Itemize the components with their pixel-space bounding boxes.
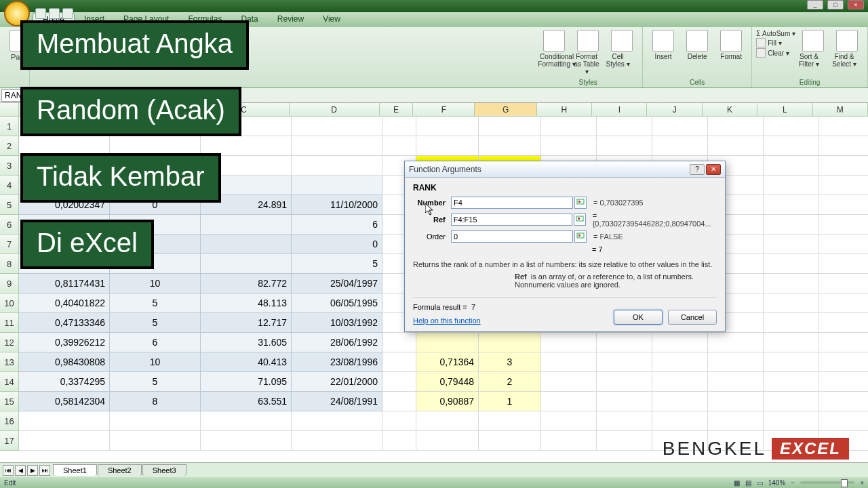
minimize-button[interactable]: _ [807, 0, 823, 9]
cell-A16[interactable] [19, 411, 110, 431]
cell-L13[interactable] [764, 352, 819, 372]
cell-F17[interactable] [416, 431, 479, 451]
cell-K13[interactable] [708, 352, 764, 372]
cell-A9[interactable]: 0,81174431 [19, 274, 110, 293]
row-header[interactable]: 17 [0, 431, 19, 451]
cell-B16[interactable] [110, 411, 201, 431]
cell-G12[interactable] [479, 333, 541, 352]
autosum-button[interactable]: Σ AutoSum ▾ [756, 30, 795, 37]
cell-F16[interactable] [416, 411, 479, 431]
cell-M2[interactable] [819, 136, 868, 156]
cell-F15[interactable]: 0,90887 [416, 392, 479, 411]
cell-M14[interactable] [819, 372, 868, 392]
cancel-button[interactable]: Cancel [668, 310, 717, 325]
cell-C7[interactable] [201, 235, 292, 254]
cell-C14[interactable]: 71.095 [201, 372, 292, 392]
cell-M15[interactable] [819, 392, 868, 411]
column-header-M[interactable]: M [813, 103, 868, 117]
cell-C9[interactable]: 82.772 [201, 274, 292, 293]
cell-M6[interactable] [819, 215, 868, 235]
cell-L11[interactable] [764, 313, 819, 333]
cell-J15[interactable] [652, 392, 708, 411]
fill-button[interactable]: Fill ▾ [756, 38, 795, 47]
arg-input-order[interactable] [451, 230, 573, 243]
cell-M13[interactable] [819, 352, 868, 372]
cell-C10[interactable]: 48.113 [201, 293, 292, 313]
cell-E16[interactable] [382, 411, 416, 431]
cell-B14[interactable]: 5 [110, 372, 201, 392]
row-header[interactable]: 2 [0, 136, 19, 156]
row-header[interactable]: 1 [0, 117, 19, 136]
cell-G2[interactable] [479, 136, 541, 156]
sheet-tab-sheet1[interactable]: Sheet1 [53, 464, 97, 476]
help-on-function-link[interactable]: Help on this function [413, 317, 481, 325]
clear-button[interactable]: Clear ▾ [756, 48, 795, 58]
qat-undo-icon[interactable] [49, 8, 60, 19]
cell-B10[interactable]: 5 [110, 293, 201, 313]
cell-K16[interactable] [708, 411, 764, 431]
cell-I14[interactable] [597, 372, 652, 392]
cell-D1[interactable] [292, 117, 382, 136]
cell-M4[interactable] [819, 176, 868, 195]
cell-F2[interactable] [416, 136, 479, 156]
column-header-D[interactable]: D [290, 103, 380, 117]
view-pagebreak-icon[interactable]: ▭ [757, 479, 763, 487]
cell-K14[interactable] [708, 372, 764, 392]
cell-E13[interactable] [382, 352, 416, 372]
cell-F1[interactable] [416, 117, 479, 136]
cell-G1[interactable] [479, 117, 541, 136]
cell-K1[interactable] [708, 117, 764, 136]
cell-E2[interactable] [382, 136, 416, 156]
cell-L1[interactable] [764, 117, 819, 136]
zoom-in-button[interactable]: + [860, 479, 864, 487]
row-header[interactable]: 4 [0, 176, 19, 195]
range-picker-button[interactable] [574, 197, 587, 209]
close-button[interactable]: × [848, 0, 864, 9]
cell-D10[interactable]: 06/05/1995 [292, 293, 382, 313]
select-all-corner[interactable] [0, 103, 19, 117]
cell-M8[interactable] [819, 254, 868, 274]
row-header[interactable]: 5 [0, 195, 19, 215]
cell-M9[interactable] [819, 274, 868, 293]
sheet-nav-last[interactable]: ⏭ [39, 465, 50, 476]
cell-H1[interactable] [541, 117, 597, 136]
cell-C11[interactable]: 12.717 [201, 313, 292, 333]
cell-M10[interactable] [819, 293, 868, 313]
view-layout-icon[interactable]: ▤ [745, 479, 751, 487]
dialog-close-button[interactable]: ✕ [706, 164, 721, 175]
sheet-nav-first[interactable]: ⏮ [3, 465, 14, 476]
column-header-H[interactable]: H [537, 103, 592, 117]
cell-I1[interactable] [597, 117, 652, 136]
cell-D16[interactable] [292, 411, 382, 431]
row-header[interactable]: 7 [0, 235, 19, 254]
cell-C12[interactable]: 31.605 [201, 333, 292, 352]
conditional-formatting-button[interactable]: Conditional Formatting ▾ [538, 30, 570, 75]
cell-E15[interactable] [382, 392, 416, 411]
cell-D7[interactable]: 0 [292, 235, 382, 254]
cell-D17[interactable] [292, 431, 382, 451]
cell-E17[interactable] [382, 431, 416, 451]
ribbon-tab-review[interactable]: Review [268, 12, 313, 27]
cell-L14[interactable] [764, 372, 819, 392]
zoom-out-button[interactable]: − [791, 479, 795, 487]
formula-input[interactable]: =RANK(F4;F4:F15;0) [146, 90, 868, 101]
cell-H14[interactable] [541, 372, 597, 392]
sheet-nav-next[interactable]: ▶ [27, 465, 38, 476]
row-header[interactable]: 13 [0, 352, 19, 372]
cell-L15[interactable] [764, 392, 819, 411]
cell-H17[interactable] [541, 431, 597, 451]
row-header[interactable]: 6 [0, 215, 19, 235]
cell-M12[interactable] [819, 333, 868, 352]
cell-A14[interactable]: 0,3374295 [19, 372, 110, 392]
cell-B11[interactable]: 5 [110, 313, 201, 333]
view-normal-icon[interactable]: ▦ [734, 479, 740, 487]
column-header-E[interactable]: E [380, 103, 414, 117]
cell-M3[interactable] [819, 156, 868, 176]
sheet-tab-sheet2[interactable]: Sheet2 [98, 464, 142, 476]
cell-I17[interactable] [597, 431, 652, 451]
cell-E12[interactable] [382, 333, 416, 352]
cell-L9[interactable] [764, 274, 819, 293]
cell-C16[interactable] [201, 411, 292, 431]
cell-styles-button[interactable]: Cell Styles ▾ [606, 30, 638, 75]
qat-save-icon[interactable] [35, 8, 46, 19]
